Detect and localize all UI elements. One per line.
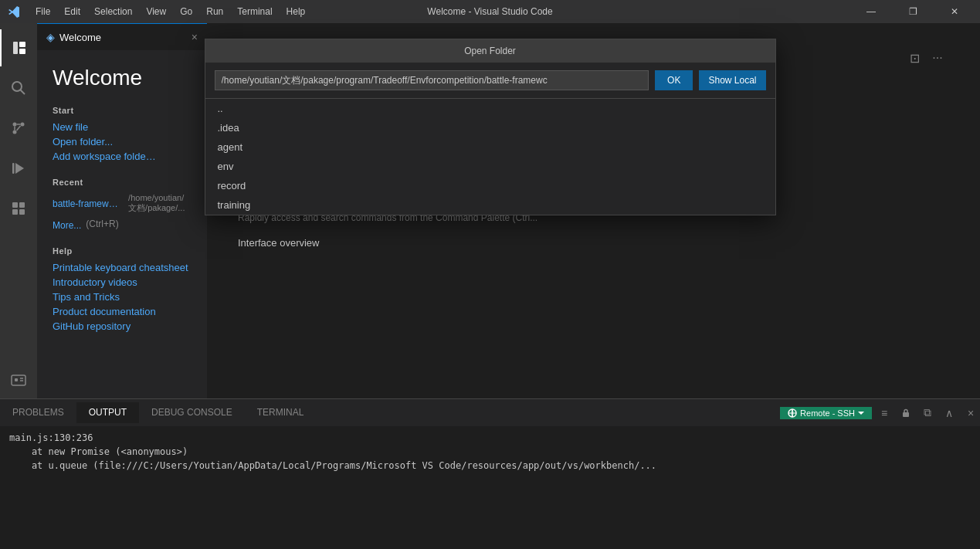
panel-close-btn[interactable]: ×	[961, 404, 980, 422]
sidebar: ◈ Welcome × Welcome Start New file Open …	[37, 23, 207, 398]
dialog-show-local-button[interactable]: Show Local	[699, 70, 765, 90]
dialog-ok-button[interactable]: OK	[655, 70, 693, 90]
svg-point-6	[21, 123, 25, 127]
file-list-item-idea[interactable]: .idea	[205, 118, 775, 137]
panel-lock-btn[interactable]	[897, 404, 915, 422]
tab-output[interactable]: OUTPUT	[76, 402, 139, 423]
tab-terminal[interactable]: TERMINAL	[245, 402, 317, 423]
svg-rect-10	[12, 202, 18, 208]
file-list-item-agent[interactable]: agent	[205, 137, 775, 157]
help-videos-link[interactable]: Introductory videos	[53, 276, 192, 288]
minimize-button[interactable]: —	[853, 0, 889, 23]
recent-section-title: Recent	[53, 178, 192, 187]
menu-terminal[interactable]: Terminal	[231, 5, 278, 19]
welcome-tab-icon: ◈	[46, 31, 55, 43]
activity-search[interactable]	[0, 69, 37, 107]
activity-extensions[interactable]	[0, 190, 37, 227]
welcome-tab[interactable]: ◈ Welcome ×	[37, 23, 207, 50]
more-recent-link[interactable]: More...	[53, 220, 81, 231]
menu-run[interactable]: Run	[200, 5, 229, 19]
menu-view[interactable]: View	[140, 5, 172, 19]
panel-content: main.js:130:236 at new Promise (<anonymo…	[0, 426, 980, 549]
panel-tabs-row: PROBLEMS OUTPUT DEBUG CONSOLE TERMINAL R…	[0, 399, 980, 426]
close-button[interactable]: ✕	[937, 0, 972, 23]
svg-point-7	[13, 130, 17, 134]
bottom-panel: PROBLEMS OUTPUT DEBUG CONSOLE TERMINAL R…	[0, 398, 980, 549]
panel-copy-btn[interactable]: ⧉	[918, 404, 937, 422]
open-folder-dialog: Open Folder OK Show Local .. .idea agent…	[205, 39, 776, 215]
activity-explorer[interactable]	[0, 29, 37, 66]
menu-go[interactable]: Go	[174, 5, 198, 19]
file-list-item-dotdot[interactable]: ..	[205, 99, 775, 118]
window-controls: — ❐ ✕	[853, 0, 972, 23]
more-actions-icon[interactable]: ···	[926, 46, 949, 69]
tab-problems[interactable]: PROBLEMS	[0, 402, 76, 423]
svg-line-4	[21, 90, 25, 95]
file-list-item-training[interactable]: training	[205, 195, 775, 215]
activity-bar	[0, 23, 37, 398]
menu-edit[interactable]: Edit	[58, 5, 86, 19]
svg-marker-18	[858, 412, 864, 415]
menu-file[interactable]: File	[29, 5, 56, 19]
window-title: Welcome - Visual Studio Code	[427, 6, 552, 17]
panel-clear-btn[interactable]: ≡	[875, 404, 894, 422]
svg-rect-9	[12, 163, 15, 174]
vscode-logo-icon	[8, 5, 20, 18]
titlebar-left: File Edit Selection View Go Run Terminal…	[8, 5, 311, 19]
new-file-link[interactable]: New file	[53, 121, 192, 133]
titlebar: File Edit Selection View Go Run Terminal…	[0, 0, 980, 23]
help-github-link[interactable]: GitHub repository	[53, 320, 192, 332]
output-line-3: at u.queue (file:///C:/Users/Youtian/App…	[9, 459, 971, 473]
maximize-button[interactable]: ❐	[895, 0, 931, 23]
tab-debug-console[interactable]: DEBUG CONSOLE	[139, 402, 245, 423]
open-folder-link[interactable]: Open folder...	[53, 136, 192, 147]
svg-rect-12	[12, 209, 18, 215]
split-editor-icon[interactable]: ⊡	[903, 46, 926, 69]
remote-badge-chevron	[858, 410, 864, 416]
svg-rect-11	[19, 202, 25, 208]
recent-item-path: /home/youtian/文档/pakage/...	[128, 193, 192, 214]
remote-badge-label: Remote - SSH	[800, 408, 855, 418]
start-section-title: Start	[53, 106, 192, 115]
activity-source-control[interactable]	[0, 110, 37, 147]
help-docs-link[interactable]: Product documentation	[53, 306, 192, 317]
welcome-content: Welcome Start New file Open folder... Ad…	[37, 50, 207, 398]
interface-title: Interface overview	[238, 237, 949, 249]
remote-ssh-badge[interactable]: Remote - SSH	[780, 407, 872, 419]
help-tips-link[interactable]: Tips and Tricks	[53, 291, 192, 303]
svg-point-5	[13, 123, 17, 127]
panel-collapse-btn[interactable]: ∧	[940, 404, 958, 422]
svg-rect-0	[13, 42, 18, 54]
output-line-2: at new Promise (<anonymous>)	[9, 445, 971, 459]
svg-rect-2	[19, 49, 25, 54]
menu-help[interactable]: Help	[280, 5, 312, 19]
folder-path-input[interactable]	[215, 70, 649, 90]
svg-rect-15	[15, 378, 18, 381]
menu-selection[interactable]: Selection	[88, 5, 138, 19]
welcome-tab-title: Welcome	[59, 32, 101, 43]
activity-run-debug[interactable]	[0, 150, 37, 187]
svg-point-3	[12, 82, 22, 91]
dialog-title: Open Folder	[205, 39, 775, 63]
help-cheatsheet-link[interactable]: Printable keyboard cheatsheet	[53, 262, 192, 273]
svg-rect-14	[12, 375, 25, 385]
file-list-item-env[interactable]: env	[205, 157, 775, 176]
add-workspace-link[interactable]: Add workspace folde…	[53, 151, 192, 162]
dialog-input-row: OK Show Local	[205, 63, 775, 98]
more-recent-shortcut: (Ctrl+R)	[86, 219, 118, 229]
output-line-1: main.js:130:236	[9, 431, 971, 445]
panel-controls: Remote - SSH ≡ ⧉ ∧ ×	[780, 404, 980, 422]
svg-marker-8	[15, 163, 24, 174]
welcome-heading: Welcome	[53, 66, 192, 90]
titlebar-menus: File Edit Selection View Go Run Terminal…	[29, 5, 311, 19]
learn-item-interface: Interface overview	[238, 237, 949, 249]
svg-rect-1	[19, 42, 25, 47]
file-list-item-record[interactable]: record	[205, 176, 775, 195]
svg-rect-13	[19, 209, 25, 215]
activity-remote-explorer[interactable]	[0, 361, 37, 398]
welcome-tab-close[interactable]: ×	[192, 31, 198, 43]
recent-item-name[interactable]: battle-framework v1.3 [SSH...]	[53, 198, 122, 209]
help-section-title: Help	[53, 246, 192, 256]
dialog-file-list: .. .idea agent env record training	[205, 98, 775, 215]
recent-item-0: battle-framework v1.3 [SSH...] /home/you…	[53, 193, 192, 214]
